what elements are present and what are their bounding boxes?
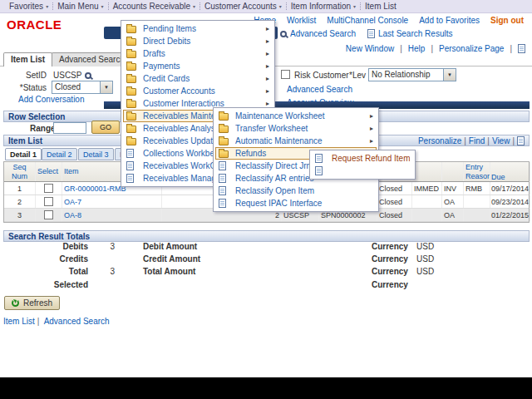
menu-item-drafts[interactable]: Drafts▸ [123,47,273,60]
separator: | [461,136,469,145]
cell-select [36,195,62,208]
submenu-arrow-icon: ▸ [266,75,269,82]
cell-item: OA-8 [62,209,162,221]
menu-item-transfer-worksheet[interactable]: Transfer Worksheet▸ [215,122,377,135]
totals-currency-label: Currency [372,242,408,251]
chevron-down-icon: ▾ [353,3,356,9]
totals-currency-label: Currency [372,267,408,276]
footer-item-list-link[interactable]: Item List [3,317,35,326]
row-select-checkbox[interactable] [44,184,53,193]
personalize-link[interactable]: Personalize [418,136,461,145]
menu-item-label: Transfer Worksheet [235,124,367,133]
menu-item-direct-debits[interactable]: Direct Debits▸ [123,35,273,47]
document-icon [126,149,139,158]
go-button[interactable]: GO [91,121,120,134]
submenu-arrow-icon: ▸ [370,125,373,132]
help-link[interactable]: Help [408,44,426,53]
folder-icon [126,86,139,96]
totals-row-debits: Debits 3 Debit Amount Currency USD [3,242,530,254]
folder-icon [126,99,139,108]
document-icon [219,199,231,208]
grid-toolbar: Personalize| Find| View| [418,136,525,145]
menu-item-label: Payments [143,62,264,71]
menu-item-customer-accounts[interactable]: Customer Accounts▸ [123,85,273,97]
personalize-page-link[interactable]: Personalize Page [439,44,504,53]
cell-terms: IMMED [412,182,442,195]
last-search-results-link[interactable]: Last Search Results [367,29,453,38]
view-link[interactable]: View [492,136,510,145]
cell-item: OA-7 [62,195,162,208]
refresh-button[interactable]: Refresh [4,296,60,310]
find-link[interactable]: Find [469,136,485,145]
submenu-arrow-icon: ▸ [370,137,373,145]
cell-status: Closed [377,182,412,195]
folder-icon [219,111,231,121]
search-result-totals-header: Search Result Totals [3,230,530,242]
grid-tab-detail2[interactable]: Detail 2 [42,148,77,160]
status-select[interactable]: Closed ▼ [52,81,113,94]
menu-item-automatic-maintenance[interactable]: Automatic Maintenance▸ [215,135,377,147]
multichannel-console-link[interactable]: MultiChannel Console [327,16,408,25]
menu-item-maintenance-worksheet[interactable]: Maintenance Worksheet▸ [215,110,377,122]
refresh-icon [12,299,19,307]
row-select-checkbox[interactable] [44,210,53,219]
advanced-search-link-top[interactable]: Advanced Search [280,29,356,38]
download-grid-icon[interactable] [517,136,525,145]
add-conversation-link[interactable]: Add Conversation [18,95,85,104]
item-link[interactable]: OA-8 [64,211,81,219]
worklist-link[interactable]: Worklist [287,16,316,25]
submenu-arrow-icon: ▸ [266,87,269,95]
setid-lookup-icon[interactable] [85,72,91,79]
tab-item-list[interactable]: Item List [3,52,52,66]
row-select-checkbox[interactable] [44,197,53,206]
item-link[interactable]: OA-7 [64,198,81,206]
breadcrumb-item-item-list[interactable]: Item List [361,2,401,11]
menu-item-pending-items[interactable]: Pending Items▸ [123,22,273,35]
level-select[interactable]: No Relationship ▼ [368,68,456,81]
menu-item-credit-cards[interactable]: Credit Cards▸ [123,72,273,85]
status-label: *Status [8,83,47,92]
column-header-due[interactable]: Due [490,162,530,181]
breadcrumb-item-customer-accounts[interactable]: Customer Accounts▾ [200,2,286,11]
http-page-icon[interactable] [518,44,525,53]
level-select-value: No Relationship [369,69,443,81]
menu-item-request-ipac-interface[interactable]: Request IPAC Interface [215,197,377,209]
risk-customer-checkbox[interactable] [281,70,290,79]
chevron-down-icon: ▾ [46,3,48,9]
refunds-submenu: Request Refund Item [309,150,416,180]
totals-currency-label: Currency [372,254,408,264]
folder-icon [126,136,139,145]
advanced-search-link[interactable]: Advanced Search [287,85,352,94]
breadcrumb-item-item-information[interactable]: Item Information▾ [287,2,360,11]
cell-seq: 2 [4,195,36,208]
document-icon [219,161,231,170]
new-window-link[interactable]: New Window [346,44,394,53]
grid-tab-detail3[interactable]: Detail 3 [78,148,114,160]
footer-advanced-search-link[interactable]: Advanced Search [44,317,110,326]
cell-due-date: 09/17/2014 [490,182,530,195]
cell-status: Closed [377,209,412,221]
cell-seq: 1 [4,182,36,195]
grid-tab-detail1[interactable]: Detail 1 [5,148,42,160]
status-select-value: Closed [52,81,100,93]
sign-out-link[interactable]: Sign out [490,16,524,25]
range-input[interactable] [53,122,86,134]
risk-customer-label: Risk Customer [294,71,349,80]
menu-item-refund-status[interactable] [312,165,413,177]
menu-item-label: Request Refund Item [332,154,410,163]
column-header-seq-num[interactable]: SeqNum [4,162,36,181]
breadcrumb-item-main-menu[interactable]: Main Menu▾ [53,2,107,11]
search-icon [280,31,287,37]
add-to-favorites-link[interactable]: Add to Favorites [419,16,480,25]
column-header-select: Select [36,162,62,181]
breadcrumb-item-accounts-receivable[interactable]: Accounts Receivable▾ [109,2,200,11]
menu-item-payments[interactable]: Payments▸ [123,60,273,72]
menu-item-request-refund-item[interactable]: Request Refund Item [312,152,413,165]
setid-value[interactable]: USCSP [53,71,81,80]
menu-item-reclassify-open-item[interactable]: Reclassify Open Item [215,185,377,197]
item-link[interactable]: GR-0000001-RMB [64,185,126,193]
breadcrumb-label: Item List [365,2,397,11]
column-header-entry-reason[interactable]: EntryReason [464,162,490,181]
breadcrumb-label: Accounts Receivable [113,2,190,11]
breadcrumb-item-favorites[interactable]: Favorites▾ [5,2,52,11]
